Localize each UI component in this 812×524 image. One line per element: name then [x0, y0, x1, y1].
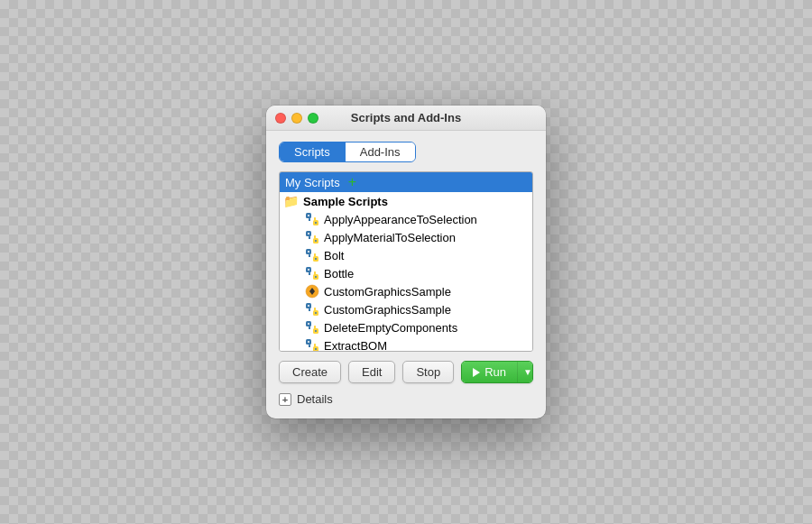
maximize-button[interactable] — [308, 113, 318, 124]
python-icon — [305, 302, 319, 317]
stop-button[interactable]: Stop — [402, 361, 454, 383]
svg-point-3 — [315, 222, 317, 224]
script-name: Bottle — [324, 267, 354, 280]
script-list[interactable]: My Scripts + 📁 Sample Scripts — [279, 171, 533, 352]
add-script-icon[interactable]: + — [348, 174, 356, 190]
svg-rect-29 — [309, 308, 310, 311]
python-icon — [305, 248, 319, 262]
custom-graphics-icon — [305, 284, 319, 299]
my-scripts-label: My Scripts — [285, 176, 340, 189]
svg-rect-22 — [309, 272, 310, 275]
python-icon — [305, 230, 319, 244]
list-item[interactable]: ExtractBOM — [280, 336, 532, 352]
scripts-window: Scripts and Add-Ins Scripts Add-Ins My S… — [266, 106, 546, 418]
window-title: Scripts and Add-Ins — [351, 111, 461, 124]
list-item[interactable]: Bolt — [280, 246, 532, 264]
svg-point-2 — [308, 215, 309, 216]
svg-rect-41 — [309, 345, 310, 347]
run-button-wrapper: Run ▼ — [461, 361, 533, 383]
sample-scripts-label: Sample Scripts — [303, 195, 388, 208]
chevron-down-icon: ▼ — [523, 367, 532, 377]
action-buttons: Create Edit Stop Run ▼ — [279, 361, 533, 383]
python-icon — [305, 266, 319, 280]
script-name: ExtractBOM — [324, 339, 387, 353]
svg-rect-16 — [309, 254, 310, 257]
tab-bar: Scripts Add-Ins — [279, 142, 416, 162]
run-button[interactable]: Run — [462, 362, 518, 382]
run-triangle-icon — [473, 368, 480, 377]
svg-point-15 — [315, 258, 317, 260]
svg-rect-4 — [309, 218, 310, 221]
svg-point-33 — [308, 323, 309, 325]
sample-scripts-header[interactable]: 📁 Sample Scripts — [280, 192, 532, 210]
list-item[interactable]: ApplyAppearanceToSelection — [280, 210, 532, 228]
script-name: ApplyMaterialToSelection — [324, 231, 456, 244]
titlebar: Scripts and Add-Ins — [266, 106, 546, 131]
minimize-button[interactable] — [291, 113, 302, 124]
svg-rect-17 — [314, 253, 316, 256]
svg-point-9 — [315, 240, 317, 242]
svg-rect-35 — [309, 326, 310, 329]
svg-point-20 — [308, 269, 309, 271]
svg-rect-23 — [314, 271, 316, 274]
list-item[interactable]: DeleteEmptyComponents — [280, 318, 532, 336]
create-button[interactable]: Create — [279, 361, 341, 383]
script-name: ApplyAppearanceToSelection — [324, 213, 477, 226]
details-row[interactable]: + Details — [279, 392, 533, 406]
python-icon — [305, 338, 319, 352]
svg-rect-30 — [314, 308, 316, 310]
expand-icon: + — [279, 393, 291, 406]
script-name: CustomGraphicsSample — [324, 285, 451, 299]
svg-rect-36 — [314, 326, 316, 328]
svg-point-40 — [315, 348, 317, 350]
svg-rect-11 — [314, 235, 316, 238]
run-label: Run — [484, 365, 506, 379]
my-scripts-item[interactable]: My Scripts + — [280, 172, 532, 192]
list-item[interactable]: CustomGraphicsSample — [280, 282, 532, 300]
svg-point-14 — [308, 251, 309, 253]
script-name: Bolt — [324, 249, 344, 262]
svg-rect-5 — [314, 217, 316, 220]
svg-point-34 — [315, 330, 317, 332]
svg-point-39 — [308, 341, 309, 343]
python-icon — [305, 212, 319, 226]
svg-point-21 — [315, 276, 317, 278]
edit-button[interactable]: Edit — [348, 361, 395, 383]
svg-point-27 — [308, 305, 309, 307]
tab-scripts[interactable]: Scripts — [280, 142, 346, 161]
list-item[interactable]: CustomGraphicsSample — [280, 300, 532, 318]
svg-point-8 — [308, 233, 309, 234]
close-button[interactable] — [275, 113, 286, 124]
svg-point-28 — [315, 312, 317, 314]
window-content: Scripts Add-Ins My Scripts + 📁 Sample Sc… — [266, 131, 546, 418]
svg-rect-42 — [314, 344, 316, 346]
svg-rect-10 — [309, 236, 310, 239]
details-label: Details — [297, 392, 333, 406]
run-dropdown-button[interactable]: ▼ — [518, 362, 533, 382]
script-name: CustomGraphicsSample — [324, 303, 451, 317]
traffic-lights — [275, 113, 318, 124]
folder-icon: 📁 — [283, 194, 299, 208]
script-name: DeleteEmptyComponents — [324, 321, 457, 335]
list-item[interactable]: ApplyMaterialToSelection — [280, 228, 532, 246]
python-icon — [305, 320, 319, 335]
tab-addins[interactable]: Add-Ins — [346, 142, 415, 161]
list-item[interactable]: Bottle — [280, 264, 532, 282]
